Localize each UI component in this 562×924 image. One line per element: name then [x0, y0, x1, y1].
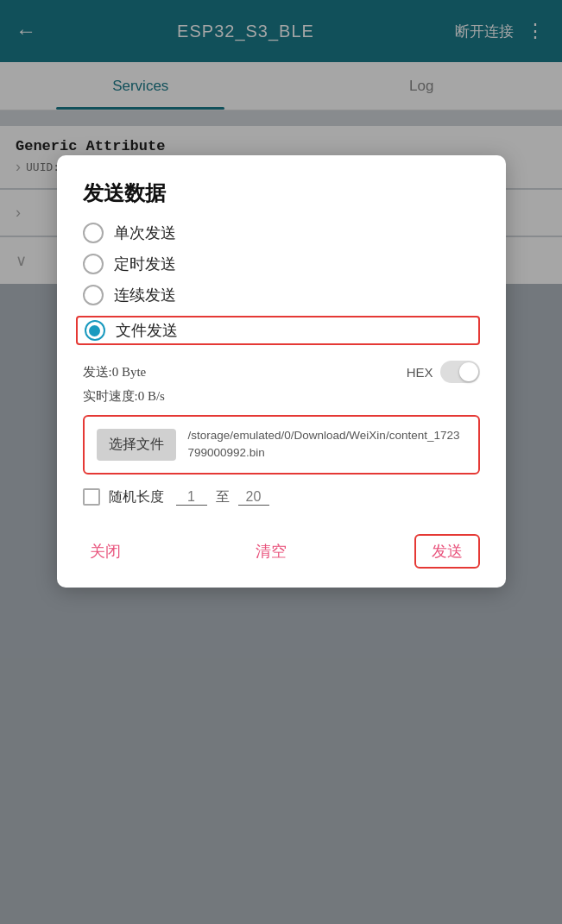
radio-label-timed: 定时发送 — [114, 254, 176, 274]
radio-file-send[interactable]: 文件发送 — [76, 316, 480, 345]
random-length-label: 随机长度 — [109, 488, 164, 506]
radio-label-continuous: 连续发送 — [114, 285, 176, 305]
radio-continuous-send[interactable]: 连续发送 — [83, 285, 480, 305]
dialog-title: 发送数据 — [83, 179, 480, 207]
realtime-speed: 实时速度:0 B/s — [83, 388, 480, 405]
radio-label-file: 文件发送 — [116, 320, 178, 341]
hex-label: HEX — [407, 365, 433, 380]
range-from-input[interactable] — [176, 489, 207, 506]
file-path-display: /storage/emulated/0/Download/WeiXin/cont… — [188, 427, 466, 462]
file-selector-area: 选择文件 /storage/emulated/0/Download/WeiXin… — [83, 415, 480, 475]
random-length-row: 随机长度 至 — [83, 488, 480, 506]
send-button[interactable]: 发送 — [414, 534, 480, 569]
range-to-input[interactable] — [238, 489, 269, 506]
select-file-button[interactable]: 选择文件 — [97, 429, 176, 461]
hex-toggle[interactable] — [440, 361, 480, 383]
send-size-label: 发送:0 Byte — [83, 364, 147, 380]
radio-single-send[interactable]: 单次发送 — [83, 223, 480, 243]
send-info-row: 发送:0 Byte HEX — [83, 361, 480, 383]
hex-toggle-row: HEX — [407, 361, 480, 383]
radio-group: 单次发送 定时发送 连续发送 文件发送 — [83, 223, 480, 345]
radio-circle-timed — [83, 254, 104, 274]
range-inputs: 至 — [176, 488, 269, 506]
random-length-checkbox[interactable] — [83, 488, 100, 506]
radio-circle-single — [83, 223, 104, 243]
dialog-footer: 关闭 清空 发送 — [83, 525, 480, 569]
radio-circle-file — [85, 320, 105, 341]
radio-circle-continuous — [83, 285, 104, 305]
send-data-dialog: 发送数据 单次发送 定时发送 连续发送 文件发送 — [57, 155, 506, 588]
close-button[interactable]: 关闭 — [83, 537, 128, 565]
dialog-overlay: 发送数据 单次发送 定时发送 连续发送 文件发送 — [0, 0, 562, 924]
clear-button[interactable]: 清空 — [249, 537, 294, 565]
radio-label-single: 单次发送 — [114, 223, 176, 243]
toggle-thumb — [459, 362, 478, 381]
range-separator: 至 — [216, 488, 230, 506]
radio-timed-send[interactable]: 定时发送 — [83, 254, 480, 274]
